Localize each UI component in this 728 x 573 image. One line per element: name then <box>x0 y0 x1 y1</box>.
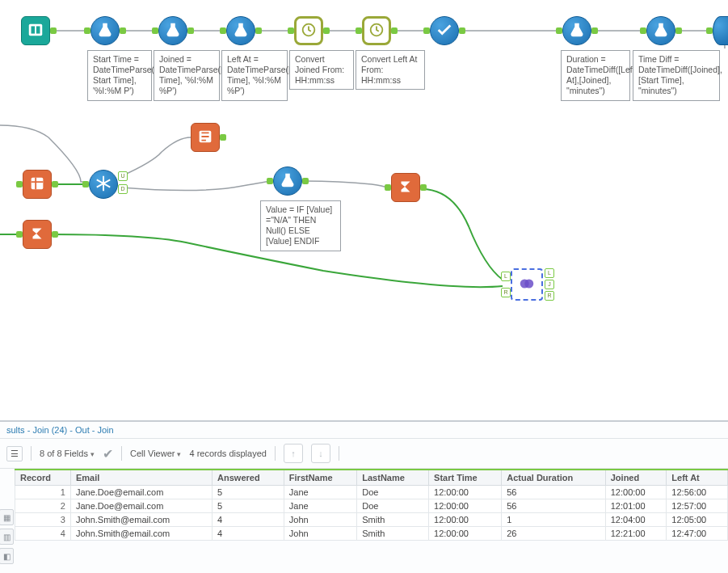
anchor-unique-d[interactable]: D <box>118 184 128 194</box>
side-button-3[interactable]: ◧ <box>0 548 14 564</box>
column-header[interactable]: Left At <box>667 470 728 486</box>
separator <box>275 446 276 461</box>
results-table[interactable]: RecordEmailAnsweredFirstNameLastNameStar… <box>15 469 728 541</box>
caret-down-icon: ▾ <box>90 450 95 458</box>
anchor-in[interactable] <box>152 27 158 34</box>
fields-summary-label: 8 of 8 Fields <box>40 449 88 458</box>
annotation-joined: Joined = DateTimeParse([Join Time], '%I:… <box>154 50 220 101</box>
table-row[interactable]: 4John.Smith@email.com4JohnSmith12:00:002… <box>15 527 728 541</box>
column-header[interactable]: Actual Duration <box>502 470 606 486</box>
menu-icon[interactable]: ☰ <box>6 446 23 461</box>
nav-down-button[interactable]: ↓ <box>311 444 330 463</box>
anchor-out[interactable] <box>323 27 330 34</box>
anchor-join-r-in[interactable]: R <box>501 288 511 297</box>
formula-tool-2[interactable] <box>158 16 187 45</box>
table-cell: Jane.Doe@email.com <box>70 486 212 499</box>
formula-tool-value[interactable] <box>273 166 302 196</box>
anchor-unique-u[interactable]: U <box>118 171 128 181</box>
table-row[interactable]: 1Jane.Doe@email.com5JaneDoe12:00:005612:… <box>15 486 728 499</box>
anchor-in[interactable] <box>556 27 562 34</box>
anchor-out[interactable] <box>120 27 126 34</box>
anchor-out[interactable] <box>187 27 194 34</box>
transpose-tool[interactable] <box>191 123 220 152</box>
side-button-2[interactable]: ▥ <box>0 529 14 545</box>
anchor-in[interactable] <box>82 181 89 187</box>
anchor-out[interactable] <box>52 181 58 187</box>
anchor-out[interactable] <box>391 27 398 34</box>
anchor-in[interactable] <box>84 27 90 34</box>
input-data-tool[interactable] <box>21 16 50 45</box>
anchor-in[interactable] <box>288 27 294 34</box>
annotation-time-diff: Time Diff = DateTimeDiff([Joined],[Start… <box>633 50 720 101</box>
column-header[interactable]: Start Time <box>429 470 502 486</box>
select-tool[interactable] <box>430 16 459 45</box>
anchor-out[interactable] <box>591 27 598 34</box>
datetime-tool-1[interactable] <box>294 16 323 45</box>
formula-tool-1[interactable] <box>90 16 120 45</box>
anchor-out[interactable] <box>52 231 58 238</box>
table-cell: Smith <box>357 527 429 541</box>
anchor-out[interactable] <box>255 27 262 34</box>
table-row[interactable]: 3John.Smith@email.com4JohnSmith12:00:001… <box>15 513 728 527</box>
anchor-out[interactable] <box>302 178 309 184</box>
workflow-canvas[interactable]: Start Time = DateTimeParse([Event Start … <box>0 0 728 420</box>
column-header[interactable]: Joined <box>605 470 667 486</box>
anchor-out[interactable] <box>459 27 465 34</box>
column-header[interactable]: FirstName <box>284 470 356 486</box>
cell-viewer-label: Cell Viewer <box>130 449 175 458</box>
formula-tool-3[interactable] <box>226 16 255 45</box>
records-displayed-label: 4 records displayed <box>189 449 266 458</box>
column-header[interactable]: Record <box>15 470 71 486</box>
anchor-out[interactable] <box>220 134 226 141</box>
anchor-out[interactable] <box>675 27 682 34</box>
column-header[interactable]: LastName <box>357 470 429 486</box>
crosstab-icon <box>28 175 46 194</box>
side-button-1[interactable]: ▦ <box>0 509 14 525</box>
separator <box>121 446 122 461</box>
anchor-out[interactable] <box>50 27 57 34</box>
anchor-in[interactable] <box>640 27 646 34</box>
anchor-in[interactable] <box>423 27 430 34</box>
select-check-icon <box>436 21 453 40</box>
table-cell: 12:04:00 <box>605 513 667 527</box>
anchor-in[interactable] <box>16 181 23 187</box>
column-header[interactable]: Answered <box>213 470 284 486</box>
table-cell: 12:00:00 <box>429 486 502 499</box>
table-cell: Doe <box>357 499 429 513</box>
table-cell: 4 <box>213 513 284 527</box>
unique-tool[interactable] <box>89 170 118 199</box>
cell-viewer-dropdown[interactable]: Cell Viewer ▾ <box>130 449 182 458</box>
table-row[interactable]: 2Jane.Doe@email.com5JaneDoe12:00:005612:… <box>15 499 728 513</box>
table-cell: 12:57:00 <box>667 499 728 513</box>
table-cell: 5 <box>213 486 284 499</box>
join-tool[interactable] <box>511 268 543 301</box>
formula-tool-5[interactable] <box>646 16 675 45</box>
crosstab-tool[interactable] <box>23 170 52 199</box>
anchor-in[interactable] <box>385 184 391 191</box>
datetime-tool-2[interactable] <box>362 16 391 45</box>
anchor-join-l-out[interactable]: L <box>545 268 554 278</box>
separator <box>31 446 32 461</box>
anchor-in[interactable] <box>356 27 362 34</box>
apply-check-icon[interactable]: ✔ <box>103 446 113 461</box>
summarize-tool-2[interactable] <box>23 220 52 249</box>
anchor-join-l-in[interactable]: L <box>501 272 511 281</box>
formula-tool-4[interactable] <box>562 16 591 45</box>
nav-up-button[interactable]: ↑ <box>284 444 303 463</box>
anchor-in[interactable] <box>16 231 23 238</box>
svg-rect-2 <box>36 26 40 33</box>
table-cell: 12:21:00 <box>605 527 667 541</box>
formula-tool-6-partial[interactable] <box>713 16 728 45</box>
column-header[interactable]: Email <box>70 470 212 486</box>
anchor-in[interactable] <box>706 27 713 34</box>
anchor-in[interactable] <box>267 178 273 184</box>
fields-dropdown[interactable]: 8 of 8 Fields ▾ <box>40 449 95 458</box>
anchor-join-r-out[interactable]: R <box>545 291 554 301</box>
table-cell: Jane.Doe@email.com <box>70 499 212 513</box>
anchor-out[interactable] <box>420 184 427 191</box>
transpose-icon <box>196 128 214 147</box>
anchor-in[interactable] <box>220 27 226 34</box>
table-cell: John.Smith@email.com <box>70 513 212 527</box>
anchor-join-j-out[interactable]: J <box>545 280 554 289</box>
summarize-tool-1[interactable] <box>391 173 420 202</box>
